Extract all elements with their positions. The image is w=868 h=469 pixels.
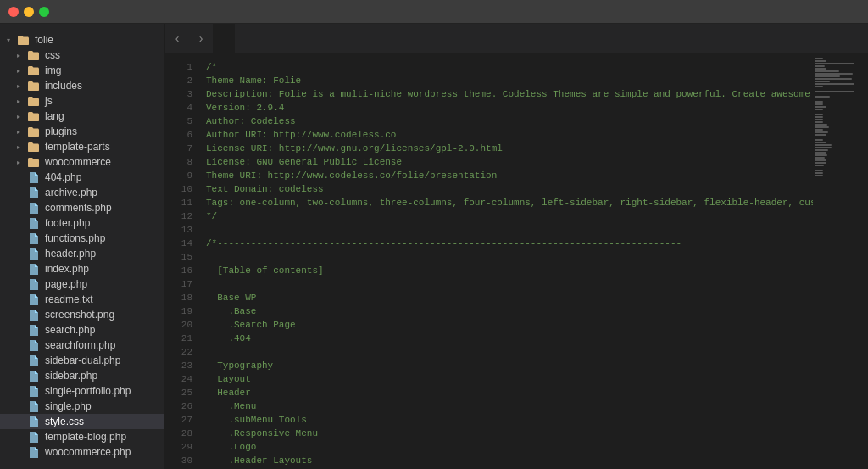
code-line: Description: Folie is a multi-niche word… — [206, 87, 813, 101]
file-icon — [27, 171, 39, 183]
sidebar-item-search.php[interactable]: ▸ search.php — [0, 322, 164, 338]
main-container: ▾ folie▸ css▸ img▸ includes▸ js▸ — [0, 24, 868, 469]
item-label: sidebar.php — [45, 370, 97, 382]
line-number: 16 — [165, 264, 192, 277]
minimap-line — [815, 58, 823, 59]
code-editor[interactable]: /*Theme Name: FolieDescription: Folie is… — [199, 53, 813, 469]
minimap-line — [815, 70, 839, 72]
file-icon — [27, 263, 39, 275]
item-label: js — [45, 95, 53, 107]
line-numbers: 1234567891011121314151617181920212223242… — [165, 53, 199, 469]
minimap-line — [815, 149, 828, 151]
sidebar-item-style.css[interactable]: ▸ style.css — [0, 414, 164, 429]
code-line: Tags: one-column, two-columns, three-col… — [206, 196, 813, 209]
minimap-line — [815, 126, 829, 128]
folder-icon — [27, 126, 39, 137]
sidebar-item-readme.txt[interactable]: ▸ readme.txt — [0, 292, 164, 307]
sidebar-item-single-portfolio.php[interactable]: ▸ single-portfolio.php — [0, 383, 164, 399]
close-button[interactable] — [8, 7, 19, 17]
item-label: template-blog.php — [45, 431, 126, 443]
file-icon — [27, 187, 39, 198]
sidebar-item-functions.php[interactable]: ▸ functions.php — [0, 231, 164, 246]
nav-back-button[interactable]: ‹ — [165, 24, 189, 53]
item-label: css — [45, 49, 60, 61]
sidebar-item-index.php[interactable]: ▸ index.php — [0, 261, 164, 276]
minimap-line — [815, 124, 827, 126]
file-icon — [27, 339, 39, 351]
sidebar-item-screenshot.png[interactable]: ▸ screenshot.png — [0, 307, 164, 322]
code-line: Header — [206, 386, 813, 399]
sidebar-item-js[interactable]: ▸ js — [0, 93, 164, 109]
minimap-line — [815, 137, 866, 138]
item-label: footer.php — [45, 217, 90, 229]
minimap-line — [815, 68, 826, 70]
editor-area: ‹ › 123456789101112131415161718192021222… — [165, 24, 868, 469]
code-line: /*--------------------------------------… — [206, 237, 813, 250]
split-editor-button[interactable] — [844, 49, 851, 53]
file-icon — [27, 446, 39, 458]
file-icon — [27, 431, 39, 443]
item-label: lang — [45, 110, 64, 122]
code-line — [206, 250, 813, 264]
sidebar: ▾ folie▸ css▸ img▸ includes▸ js▸ — [0, 24, 165, 469]
item-label: woocommerce.php — [45, 446, 131, 458]
sidebar-item-sidebar.php[interactable]: ▸ sidebar.php — [0, 368, 164, 383]
sidebar-item-archive.php[interactable]: ▸ archive.php — [0, 185, 164, 200]
nav-forward-button[interactable]: › — [189, 24, 213, 53]
item-label: woocommerce — [45, 156, 111, 168]
minimize-button[interactable] — [24, 7, 34, 17]
item-label: search.php — [45, 324, 95, 336]
code-line — [206, 345, 813, 359]
line-number: 25 — [165, 386, 192, 399]
line-number: 15 — [165, 250, 192, 264]
code-line: .Header Layouts — [206, 454, 813, 467]
sidebar-item-header.php[interactable]: ▸ header.php — [0, 246, 164, 261]
sidebar-item-img[interactable]: ▸ img — [0, 63, 164, 78]
sidebar-item-footer.php[interactable]: ▸ footer.php — [0, 215, 164, 231]
sidebar-item-folie[interactable]: ▾ folie — [0, 32, 164, 47]
sidebar-item-comments.php[interactable]: ▸ comments.php — [0, 200, 164, 215]
folder-arrow: ▸ — [17, 82, 25, 90]
code-line: License: GNU General Public License — [206, 155, 813, 169]
minimap-line — [815, 63, 854, 64]
sidebar-item-page.php[interactable]: ▸ page.php — [0, 276, 164, 292]
sidebar-item-sidebar-dual.php[interactable]: ▸ sidebar-dual.php — [0, 353, 164, 368]
sidebar-item-includes[interactable]: ▸ includes — [0, 78, 164, 93]
item-label: plugins — [45, 126, 77, 137]
line-number: 24 — [165, 372, 192, 386]
window-controls — [8, 7, 49, 17]
minimap — [813, 53, 868, 469]
maximize-button[interactable] — [39, 7, 49, 17]
sidebar-item-template-blog.php[interactable]: ▸ template-blog.php — [0, 429, 164, 444]
sidebar-item-woocommerce.php[interactable]: ▸ woocommerce.php — [0, 444, 164, 460]
sidebar-item-lang[interactable]: ▸ lang — [0, 109, 164, 124]
folder-arrow: ▾ — [7, 36, 15, 44]
line-number: 19 — [165, 304, 192, 318]
line-number: 29 — [165, 440, 192, 454]
add-tab-button[interactable] — [854, 49, 861, 53]
sidebar-item-searchform.php[interactable]: ▸ searchform.php — [0, 338, 164, 353]
minimap-line — [815, 109, 823, 110]
tab-style-css[interactable] — [213, 24, 236, 53]
minimap-line — [815, 129, 823, 131]
sidebar-item-single.php[interactable]: ▸ single.php — [0, 399, 164, 414]
line-number: 11 — [165, 196, 192, 209]
minimap-line — [815, 162, 826, 164]
sidebar-item-plugins[interactable]: ▸ plugins — [0, 124, 164, 139]
sidebar-content[interactable]: ▾ folie▸ css▸ img▸ includes▸ js▸ — [0, 32, 164, 469]
item-label: comments.php — [45, 202, 112, 214]
folder-arrow: ▸ — [17, 143, 25, 151]
minimap-line — [815, 91, 854, 92]
titlebar — [0, 0, 868, 24]
sidebar-item-css[interactable]: ▸ css — [0, 47, 164, 63]
sidebar-item-template-parts[interactable]: ▸ template-parts — [0, 139, 164, 154]
sidebar-item-404.php[interactable]: ▸ 404.php — [0, 170, 164, 185]
line-number: 3 — [165, 87, 192, 101]
folder-icon — [27, 64, 39, 76]
code-line — [206, 223, 813, 237]
line-number: 26 — [165, 399, 192, 413]
item-label: archive.php — [45, 187, 97, 198]
code-line: */ — [206, 209, 813, 223]
code-line: Layout — [206, 372, 813, 386]
sidebar-item-woocommerce[interactable]: ▸ woocommerce — [0, 154, 164, 170]
